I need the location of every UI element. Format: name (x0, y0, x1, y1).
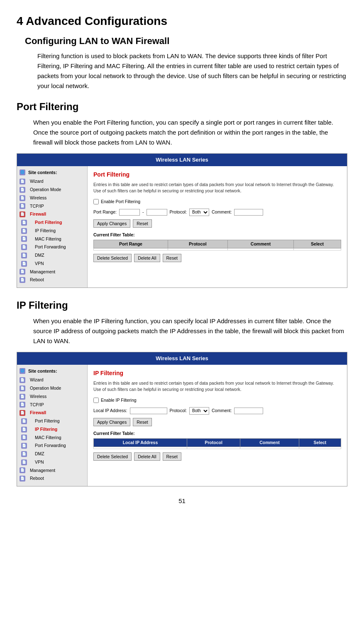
sidebar-vpn[interactable]: VPN (28, 260, 44, 268)
sidebar-mac-filtering[interactable]: MAC Filtering (28, 236, 61, 243)
sidebar-item[interactable]: 📄 Wireless (20, 393, 85, 401)
apply-changes-button[interactable]: Apply Changes (93, 219, 130, 228)
ip-table-row (94, 447, 341, 449)
sidebar-management2[interactable]: Management (27, 467, 55, 474)
enable-ip-filtering-checkbox[interactable] (93, 398, 99, 403)
enable-ip-filtering-row: Enable IP Filtering (93, 397, 341, 404)
sidebar-mac-filtering2[interactable]: MAC Filtering (28, 434, 61, 442)
sidebar-subitem[interactable]: 📄 VPN (21, 458, 85, 467)
sidebar-item[interactable]: 📄 Firewall (20, 409, 85, 417)
section3-intro: When you enable the IP Filtering functio… (33, 316, 347, 346)
ip-filtering-sidebar: 🌐 Site contents: 📄 Wizard 📄 Operation Mo… (17, 365, 88, 486)
sidebar-subitem[interactable]: 📄 IP Filtering (21, 425, 85, 434)
local-ip-input[interactable] (130, 408, 167, 414)
sidebar-item[interactable]: 📄 Firewall (20, 210, 85, 219)
sidebar-item[interactable]: 📄 Wizard (20, 177, 85, 186)
wizard-icon2: 📄 (20, 377, 25, 383)
port-range-to-input[interactable] (147, 209, 167, 216)
sidebar-item[interactable]: 📄 Management (20, 467, 85, 475)
sidebar-firewall[interactable]: Firewall (27, 211, 46, 218)
mac-filter-icon2: 📄 (21, 435, 27, 440)
sidebar-opmode2[interactable]: Operation Mode (27, 385, 61, 392)
col-select: Select (294, 240, 341, 248)
port-range-row: Port Range: - Protocol: Both TCP UDP Com… (93, 209, 341, 216)
ip-filtering-description: Entries in this table are used to restri… (93, 380, 341, 393)
ip-col-comment: Comment (240, 438, 299, 447)
port-filtering-main: Port Filtering Entries in this table are… (88, 166, 347, 288)
sidebar-wireless[interactable]: Wireless (27, 194, 46, 202)
sidebar-ip-filtering[interactable]: IP Filtering (28, 227, 56, 235)
sidebar-item[interactable]: 📄 TCP/IP (20, 401, 85, 409)
delete-selected-button[interactable]: Delete Selected (93, 254, 132, 262)
port-range-from-input[interactable] (119, 209, 140, 216)
delete-all-button[interactable]: Delete All (134, 254, 160, 262)
tcpip-icon2: 📄 (20, 402, 25, 408)
sidebar-subitem[interactable]: 📄 VPN (21, 260, 85, 268)
port-filtering-header: Wireless LAN Series (17, 154, 347, 166)
sidebar-port-forwarding[interactable]: Port Forwarding (28, 243, 66, 251)
sidebar-wizard2[interactable]: Wizard (27, 376, 44, 384)
sidebar-item[interactable]: 📄 Reboot (20, 276, 85, 284)
sidebar-site-contents-label: Site contents: (28, 169, 57, 176)
ip-apply-changes-button[interactable]: Apply Changes (93, 418, 130, 426)
sidebar-subitem[interactable]: 📄 IP Filtering (21, 227, 85, 235)
sidebar-item[interactable]: 📄 TCP/IP (20, 202, 85, 211)
col-comment: Comment (227, 240, 293, 248)
ip-delete-selected-button[interactable]: Delete Selected (93, 452, 132, 461)
sidebar-dmz2[interactable]: DMZ (28, 450, 44, 458)
sidebar-subitem[interactable]: 📄 Port Filtering (21, 219, 85, 227)
sidebar-item[interactable]: 📄 Management (20, 268, 85, 276)
port-range-dash: - (142, 209, 144, 216)
sidebar-tcpip2[interactable]: TCP/IP (27, 401, 44, 409)
sidebar-subitem[interactable]: 📄 DMZ (21, 251, 85, 260)
sidebar-reboot[interactable]: Reboot (27, 276, 44, 284)
sidebar-firewall2[interactable]: Firewall (27, 409, 46, 417)
table-reset-button[interactable]: Reset (163, 254, 181, 262)
sidebar-ip-filtering2[interactable]: IP Filtering (28, 426, 57, 433)
sidebar-item[interactable]: 📄 Operation Mode (20, 186, 85, 194)
sidebar-management[interactable]: Management (27, 268, 55, 276)
sidebar-subitem[interactable]: 📄 MAC Filtering (21, 235, 85, 243)
vpn-icon2: 📄 (21, 459, 27, 465)
opmode-icon2: 📄 (20, 386, 25, 391)
ip-protocol-label: Protocol: (170, 408, 187, 414)
sidebar-subitem[interactable]: 📄 DMZ (21, 450, 85, 458)
port-filter-table: Port Range Protocol Comment Select (93, 240, 341, 251)
sidebar-port-forwarding2[interactable]: Port Forwarding (28, 442, 66, 450)
sidebar-subitem[interactable]: 📄 Port Filtering (21, 417, 85, 425)
globe-icon2: 🌐 (20, 368, 25, 374)
sidebar-wizard[interactable]: Wizard (27, 178, 44, 185)
ip-filter-icon: 📄 (21, 228, 27, 234)
ip-table-reset-button[interactable]: Reset (163, 452, 181, 461)
comment-input[interactable] (234, 209, 263, 216)
port-forward-icon2: 📄 (21, 443, 27, 449)
reset-button[interactable]: Reset (133, 219, 151, 228)
ip-protocol-select[interactable]: Both TCP UDP (189, 407, 209, 415)
sidebar-item[interactable]: 📄 Wizard (20, 376, 85, 384)
sidebar-wireless2[interactable]: Wireless (27, 393, 46, 400)
sidebar-dmz[interactable]: DMZ (28, 252, 44, 259)
protocol-label: Protocol: (170, 209, 187, 216)
sidebar-item[interactable]: 📄 Wireless (20, 194, 85, 202)
ip-filter-table-title: Current Filter Table: (93, 430, 341, 437)
sidebar-vpn2[interactable]: VPN (28, 459, 44, 466)
ip-filtering-main: IP Filtering Entries in this table are u… (88, 365, 347, 486)
protocol-select[interactable]: Both TCP UDP (189, 209, 209, 216)
ip-delete-all-button[interactable]: Delete All (134, 452, 160, 461)
sidebar-subitem[interactable]: 📄 MAC Filtering (21, 434, 85, 442)
sidebar-port-filtering2[interactable]: Port Filtering (28, 418, 60, 425)
ip-reset-button[interactable]: Reset (133, 418, 151, 426)
enable-port-filtering-checkbox[interactable] (93, 199, 99, 204)
sidebar-port-filtering[interactable]: Port Filtering (28, 219, 62, 226)
sidebar-subitem[interactable]: 📄 Port Forwarding (21, 243, 85, 251)
ip-comment-input[interactable] (234, 408, 263, 414)
ip-filtering-header: Wireless LAN Series (17, 352, 347, 365)
sidebar-opmode[interactable]: Operation Mode (27, 186, 61, 194)
sidebar-subitem[interactable]: 📄 Port Forwarding (21, 442, 85, 450)
sidebar-tcpip[interactable]: TCP/IP (27, 203, 44, 210)
comment-label: Comment: (212, 209, 232, 216)
sidebar-reboot2[interactable]: Reboot (27, 475, 44, 482)
sidebar-item[interactable]: 📄 Operation Mode (20, 384, 85, 393)
vpn-icon: 📄 (21, 261, 27, 267)
sidebar-item[interactable]: 📄 Reboot (20, 474, 85, 483)
